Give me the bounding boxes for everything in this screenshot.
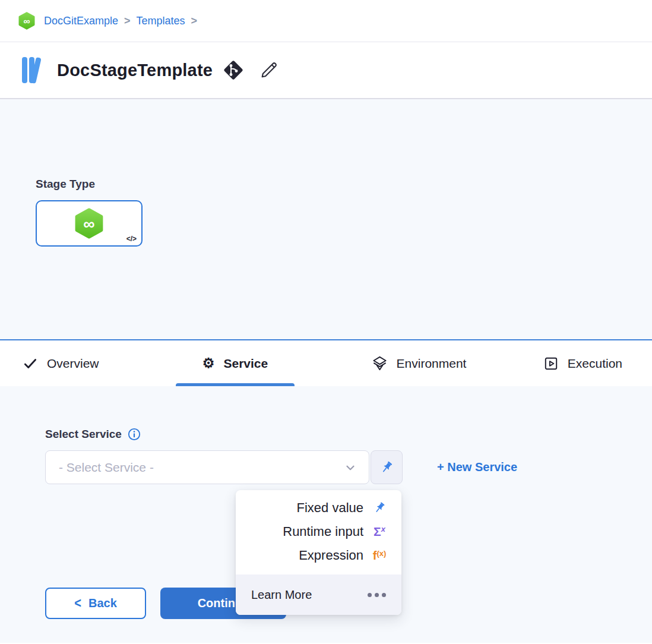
select-service-label: Select Service [45, 428, 122, 441]
tab-overview-label: Overview [47, 356, 99, 371]
service-tab-content: Select Service - Select Service - [0, 386, 652, 643]
value-type-menu: Fixed value Runtime input Σx [236, 490, 401, 615]
more-options-icon[interactable] [368, 593, 386, 597]
breadcrumb-project-link[interactable]: DocGitExample [44, 15, 118, 27]
stage-tabs: Overview ⚙ Service Environment Execution [0, 339, 652, 386]
harness-logo-icon: ∞ [18, 12, 36, 30]
service-select-input[interactable]: - Select Service - [45, 450, 369, 484]
git-diamond-icon [222, 59, 245, 81]
deploy-stage-card[interactable]: ∞ </> [36, 200, 143, 247]
tab-environment[interactable]: Environment [372, 340, 467, 386]
tab-execution[interactable]: Execution [543, 340, 622, 386]
svg-text:∞: ∞ [83, 215, 94, 233]
breadcrumb-separator: > [191, 15, 198, 27]
stage-type-section: Stage Type ∞ </> [0, 99, 652, 339]
page-title: DocStageTemplate [57, 61, 213, 80]
sigma-x-icon: Σx [371, 525, 388, 539]
back-button[interactable]: < Back [45, 588, 146, 619]
value-type-toggle-button[interactable] [371, 450, 403, 484]
fx-icon: f(x) [371, 549, 388, 563]
stage-type-label: Stage Type [36, 178, 652, 191]
pushpin-icon [371, 501, 388, 515]
fixed-value-label: Fixed value [296, 500, 363, 516]
library-icon [21, 56, 46, 84]
gear-icon: ⚙ [202, 356, 215, 370]
menu-item-fixed-value[interactable]: Fixed value [236, 496, 401, 520]
tab-overview[interactable]: Overview [23, 340, 99, 386]
tab-execution-label: Execution [568, 356, 622, 371]
tab-service[interactable]: ⚙ Service [176, 340, 295, 386]
template-header: DocStageTemplate [0, 42, 652, 99]
tab-service-label: Service [223, 356, 268, 371]
chevron-left-icon: < [74, 595, 81, 612]
new-service-button[interactable]: + New Service [437, 460, 517, 474]
pushpin-icon [379, 460, 394, 475]
svg-text:∞: ∞ [23, 16, 30, 26]
breadcrumb-separator: > [124, 15, 131, 27]
service-select-placeholder: - Select Service - [59, 460, 154, 475]
check-icon [23, 356, 38, 371]
menu-item-runtime-input[interactable]: Runtime input Σx [236, 520, 401, 544]
runtime-input-label: Runtime input [283, 524, 363, 539]
breadcrumb-templates-link[interactable]: Templates [137, 15, 185, 27]
learn-more-row[interactable]: Learn More [236, 574, 401, 615]
template-studio-screen: ∞ DocGitExample > Templates > DocStageTe… [0, 0, 652, 644]
expression-label: Expression [299, 548, 363, 563]
edit-pencil-icon[interactable] [259, 60, 279, 80]
play-square-icon [543, 356, 559, 371]
menu-item-expression[interactable]: Expression f(x) [236, 544, 401, 567]
info-icon[interactable] [128, 428, 141, 441]
chevron-down-icon [344, 461, 357, 474]
layers-box-icon [372, 355, 388, 371]
breadcrumb: ∞ DocGitExample > Templates > [0, 0, 652, 42]
learn-more-label: Learn More [251, 588, 312, 602]
back-button-label: Back [88, 596, 117, 610]
code-icon: </> [126, 235, 137, 243]
deploy-stage-icon: ∞ [72, 208, 106, 239]
tab-environment-label: Environment [397, 356, 467, 371]
